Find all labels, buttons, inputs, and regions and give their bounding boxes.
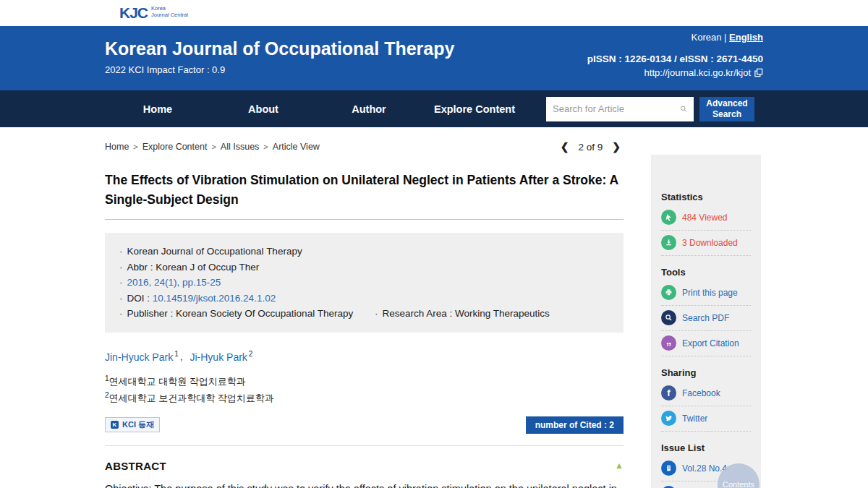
downloaded-icon — [661, 235, 676, 250]
citation-icon: ” — [661, 335, 676, 351]
search-input[interactable] — [553, 103, 680, 114]
issn-text: pISSN : 1226-0134 / eISSN : 2671-4450 — [587, 53, 763, 64]
affiliation-list: 1연세대학교 대학원 작업치료학과 2연세대학교 보건과학대학 작업치료학과 — [105, 372, 624, 406]
tool-export-citation[interactable]: ” Export Citation — [661, 331, 751, 356]
collapse-triangle-icon[interactable]: ▲ — [615, 461, 624, 471]
article-pager: ❮ 2 of 9 ❯ — [558, 141, 624, 153]
main-nav: Home About Author Explore Content Advanc… — [0, 90, 868, 127]
pager-prev-icon[interactable]: ❮ — [558, 141, 572, 153]
tool-search-pdf[interactable]: Search PDF — [661, 306, 751, 331]
kci-badge[interactable]: K KCI 등재 — [105, 417, 160, 432]
stat-viewed[interactable]: 484 Viewed — [661, 205, 751, 231]
doi-link[interactable]: 10.14519/jksot.2016.24.1.02 — [153, 293, 276, 304]
info-publisher: ·Publisher : Korean Society Of Occupatio… — [119, 306, 609, 322]
search-icon[interactable] — [680, 103, 687, 115]
author-link[interactable]: Ji-Hyuk Park — [190, 351, 247, 362]
kjc-logo-text: KJC — [119, 4, 148, 22]
title-divider — [105, 219, 624, 220]
lang-english-link[interactable]: English — [729, 32, 763, 43]
twitter-icon — [661, 411, 676, 426]
article-title: The Effects of Vibration Stimulation on … — [105, 171, 624, 210]
tools-heading: Tools — [661, 267, 751, 278]
nav-item-author[interactable]: Author — [316, 103, 422, 115]
info-issue: ·2016, 24(1), pp.15-25 — [119, 275, 609, 291]
affiliation: 2연세대학교 보건과학대학 작업치료학과 — [105, 388, 624, 405]
journal-url[interactable]: http://journal.kci.go.kr/kjot — [644, 67, 751, 78]
top-bar: KJC Korea Journal Central — [0, 0, 868, 26]
breadcrumb-home[interactable]: Home — [105, 142, 129, 152]
print-icon — [661, 285, 676, 300]
section-divider — [105, 445, 624, 446]
right-sidebar: Statistics 484 Viewed 3 Downloaded Tools — [651, 155, 761, 488]
pager-next-icon[interactable]: ❯ — [609, 141, 624, 153]
lang-korean-link[interactable]: Korean — [691, 32, 721, 43]
nav-item-home[interactable]: Home — [105, 103, 210, 115]
issue-list-heading: Issue List — [661, 442, 751, 453]
copy-icon[interactable] — [754, 68, 763, 77]
article-search-box — [546, 97, 694, 121]
info-doi: ·DOI : 10.14519/jksot.2016.24.1.02 — [119, 291, 609, 307]
author-link[interactable]: Jin-Hyuck Park — [105, 351, 173, 362]
breadcrumb: Home > Explore Content > All Issues > Ar… — [105, 141, 624, 153]
kjc-logo[interactable]: KJC Korea Journal Central — [119, 4, 188, 22]
info-abbr: ·Abbr : Korean J of Occup Ther — [119, 260, 609, 275]
article-info-box: ·Korean Journal of Occupational Therapy … — [105, 233, 624, 333]
author-list: Jin-Hyuck Park1, Ji-Hyuk Park2 — [105, 350, 624, 363]
pager-position: 2 of 9 — [578, 142, 603, 153]
abstract-heading: ABSTRACT — [105, 460, 166, 472]
breadcrumb-explore-content[interactable]: Explore Content — [142, 142, 208, 152]
share-twitter[interactable]: Twitter — [661, 406, 751, 432]
breadcrumb-article-view[interactable]: Article View — [273, 142, 320, 152]
viewed-icon — [661, 210, 676, 225]
issue-icon — [661, 461, 676, 476]
breadcrumb-all-issues[interactable]: All Issues — [221, 142, 260, 152]
advanced-search-button[interactable]: Advanced Search — [699, 97, 754, 121]
cited-count-badge[interactable]: number of Cited : 2 — [526, 416, 624, 434]
share-facebook[interactable]: f Facebook — [661, 381, 751, 406]
nav-item-about[interactable]: About — [210, 103, 316, 115]
issue-link[interactable]: 2016, 24(1), pp.15-25 — [127, 277, 221, 288]
tool-print[interactable]: Print this page — [661, 281, 751, 306]
nav-item-explore-content[interactable]: Explore Content — [422, 103, 527, 115]
abstract-text: Objective: The purpose of this study was… — [105, 479, 624, 488]
sharing-heading: Sharing — [661, 367, 751, 378]
info-journal: ·Korean Journal of Occupational Therapy — [119, 244, 609, 260]
facebook-icon: f — [661, 385, 676, 401]
statistics-heading: Statistics — [661, 192, 751, 202]
language-switcher: Korean | English — [587, 32, 763, 43]
affiliation: 1연세대학교 대학원 작업치료학과 — [105, 372, 624, 388]
info-research-area: Research Area : Working Therapeutics — [382, 308, 549, 319]
kjc-logo-subtext: Korea Journal Central — [151, 6, 188, 22]
journal-header: Korean Journal of Occupational Therapy 2… — [0, 26, 868, 90]
stat-downloaded[interactable]: 3 Downloaded — [661, 231, 751, 256]
search-pdf-icon — [661, 310, 676, 325]
kci-badge-icon: K — [111, 421, 119, 429]
